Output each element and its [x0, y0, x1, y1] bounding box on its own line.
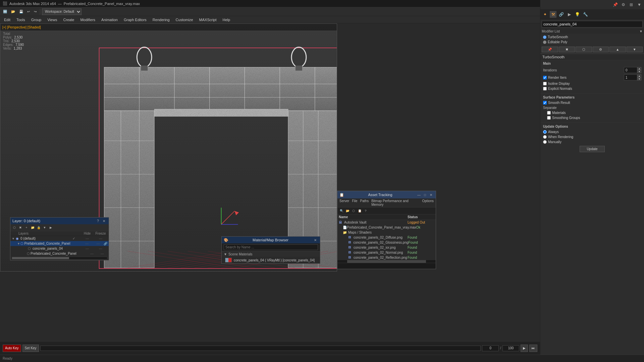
- layer-item-2[interactable]: ⬡ concrete_panels_04 — —: [10, 246, 109, 251]
- layer-toolbar-btn1[interactable]: ⬡: [12, 225, 17, 230]
- modify-tab[interactable]: ⚒: [550, 11, 556, 18]
- menu-animation[interactable]: Animation: [99, 17, 120, 22]
- new-btn[interactable]: 🆕: [1, 8, 9, 15]
- menu-views[interactable]: Views: [45, 17, 60, 22]
- motion-tab[interactable]: ▶: [566, 11, 573, 18]
- asset-row-3[interactable]: 🖼 concrete_panels_02_Glossiness.png Foun…: [337, 240, 436, 245]
- asset-toolbar-btn2[interactable]: 📂: [345, 208, 350, 214]
- mat-item-0[interactable]: concrete_panels_04 ( VRayMtl ) [concrete…: [222, 257, 320, 263]
- move-up-button[interactable]: ▲: [609, 47, 626, 52]
- menu-maxscript[interactable]: MAXScript: [197, 17, 219, 22]
- configure-button[interactable]: ⚙: [593, 47, 609, 52]
- anim-set-key-btn[interactable]: Set Key: [22, 345, 39, 352]
- asset-menu-file[interactable]: File: [352, 199, 357, 206]
- undo-btn[interactable]: ↩: [25, 8, 32, 15]
- pin-mod-button[interactable]: 📌: [542, 47, 558, 52]
- end-frame-input[interactable]: [502, 345, 519, 351]
- render-iters-down[interactable]: ▼: [637, 77, 641, 80]
- layer-scrollbar[interactable]: [12, 257, 107, 259]
- render-iters-input[interactable]: [624, 74, 637, 80]
- delete-mod-button[interactable]: ✖: [559, 47, 575, 52]
- asset-menu-bitmap[interactable]: Bitmap Performance and Memory: [371, 199, 419, 206]
- menu-help[interactable]: Help: [220, 17, 233, 22]
- open-btn[interactable]: 📂: [9, 8, 17, 15]
- pin-icon[interactable]: 📌: [612, 1, 619, 8]
- render-iters-up[interactable]: ▲: [637, 74, 641, 77]
- layer-toolbar-btn4[interactable]: 📁: [30, 225, 35, 230]
- update-button[interactable]: Update: [580, 146, 604, 152]
- mat-search-input[interactable]: [224, 244, 318, 250]
- asset-toolbar-btn5[interactable]: ?: [363, 208, 368, 214]
- workspace-dropdown[interactable]: Workspace: Default: [42, 8, 82, 15]
- menu-modifiers[interactable]: Modifiers: [77, 17, 98, 22]
- asset-toolbar-btn4[interactable]: 📋: [357, 208, 362, 214]
- next-frame-btn[interactable]: ⏭: [529, 345, 537, 352]
- layer-toolbar-btn3[interactable]: +: [24, 225, 29, 230]
- redo-btn[interactable]: ↪: [32, 8, 38, 15]
- materials-checkbox[interactable]: [547, 111, 551, 115]
- asset-scrollbar-h[interactable]: [337, 260, 436, 263]
- menu-graph-editors[interactable]: Graph Editors: [121, 17, 149, 22]
- display-tab[interactable]: 💡: [574, 11, 581, 18]
- menu-tools[interactable]: Tools: [14, 17, 28, 22]
- asset-tracking-close[interactable]: ✕: [428, 192, 434, 197]
- iterations-up[interactable]: ▲: [637, 67, 641, 70]
- asset-row-4[interactable]: 🖼 concrete_panels_02_ior.png Found: [337, 245, 436, 250]
- asset-toolbar-btn3[interactable]: ⬡: [351, 208, 356, 214]
- explicit-normals-checkbox[interactable]: [543, 87, 547, 90]
- create-tab[interactable]: ✦: [542, 11, 548, 18]
- modifier-turbosmooth[interactable]: TurboSmooth: [542, 35, 643, 40]
- when-rendering-radio[interactable]: [543, 135, 547, 139]
- asset-row-maps[interactable]: 📁 Maps / Shaders: [337, 230, 436, 235]
- manually-radio[interactable]: [543, 140, 547, 144]
- layer-toolbar-btn6[interactable]: ▼: [42, 225, 47, 230]
- move-down-button[interactable]: ▼: [627, 47, 643, 52]
- always-radio[interactable]: [543, 130, 547, 134]
- make-unique-button[interactable]: ⬡: [576, 47, 592, 52]
- layer-toolbar-btn2[interactable]: ✖: [18, 225, 23, 230]
- asset-row-0[interactable]: 🏛 Autodesk Vault Logged Out: [337, 220, 436, 225]
- modifier-list-dropdown-arrow[interactable]: ▼: [639, 29, 643, 33]
- iterations-input[interactable]: [624, 67, 637, 73]
- asset-menu-paths[interactable]: Paths: [360, 199, 369, 206]
- asset-menu-server[interactable]: Server: [339, 199, 349, 206]
- asset-menu-options[interactable]: Options: [422, 199, 434, 206]
- timeline-slider[interactable]: [40, 346, 481, 351]
- modifier-editable-poly[interactable]: Editable Poly: [542, 40, 643, 45]
- hierarchy-tab[interactable]: 🔗: [558, 11, 565, 18]
- panel-options-icon[interactable]: ▼: [636, 1, 643, 8]
- mat-browser-close[interactable]: ✕: [313, 237, 318, 243]
- expand-icon[interactable]: ⊞: [628, 1, 635, 8]
- scene-materials-header[interactable]: ▼ Scene Materials: [222, 251, 320, 257]
- frame-input[interactable]: [482, 345, 499, 351]
- menu-customize[interactable]: Customize: [173, 17, 196, 22]
- menu-create[interactable]: Create: [60, 17, 77, 22]
- iterations-down[interactable]: ▼: [637, 70, 641, 73]
- render-iters-checkbox[interactable]: [543, 76, 547, 79]
- settings-icon[interactable]: ⚙: [620, 1, 627, 8]
- asset-tracking-maximize[interactable]: □: [422, 192, 428, 197]
- asset-row-1[interactable]: 📄 Prefabricated_Concrete_Panel_max_vray.…: [337, 225, 436, 230]
- menu-rendering[interactable]: Rendering: [150, 17, 172, 22]
- menu-group[interactable]: Group: [29, 17, 44, 22]
- save-btn[interactable]: 💾: [17, 8, 25, 15]
- object-name-input[interactable]: [542, 21, 643, 27]
- asset-row-2[interactable]: 🖼 concrete_panels_02_Diffuse.png Found: [337, 235, 436, 240]
- play-btn[interactable]: ▶: [521, 345, 528, 352]
- smooth-result-checkbox[interactable]: [543, 101, 547, 105]
- layer-panel-help[interactable]: ?: [95, 218, 101, 224]
- asset-toolbar-btn1[interactable]: 🔍: [339, 208, 344, 214]
- layer-toolbar-btn5[interactable]: 🔒: [36, 225, 41, 230]
- layer-item-3[interactable]: ⬡ Prefabricated_Concrete_Panel — —: [10, 251, 109, 256]
- layer-panel-close[interactable]: ✕: [101, 218, 107, 224]
- layer-toolbar-btn7[interactable]: ▶: [48, 225, 53, 230]
- asset-row-6[interactable]: 🖼 concrete_panels_02_Reflection.png Foun…: [337, 255, 436, 260]
- isoline-checkbox[interactable]: [543, 82, 547, 85]
- utilities-tab[interactable]: 🔧: [582, 11, 589, 18]
- layer-item-1[interactable]: ▼ ⬡ Prefabricated_Concrete_Panel — — 🔗: [10, 241, 109, 246]
- menu-edit[interactable]: Edit: [1, 17, 13, 22]
- layer-item-0[interactable]: ▼ ◉ 0 (default) ✓ — —: [10, 236, 109, 241]
- anim-key-btn[interactable]: Auto Key: [3, 345, 21, 352]
- asset-tracking-minimize[interactable]: —: [416, 192, 422, 197]
- smoothing-groups-checkbox[interactable]: [547, 116, 551, 120]
